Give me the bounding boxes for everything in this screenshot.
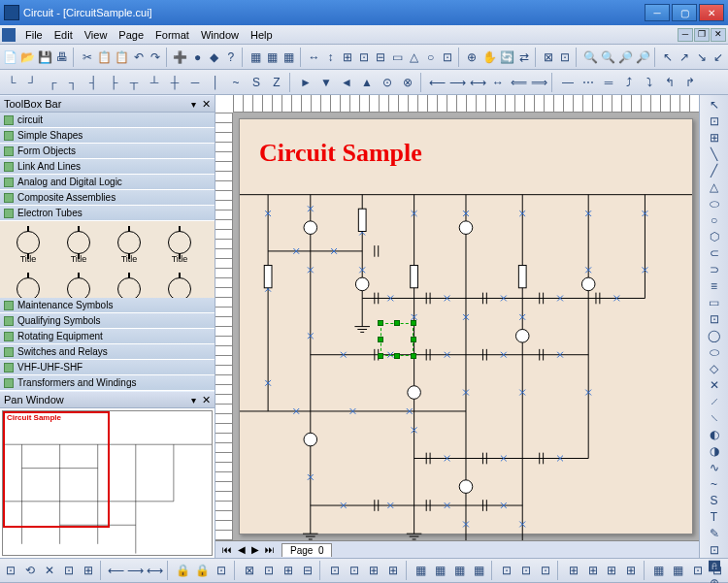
toolbar-button[interactable]: ↕ bbox=[323, 48, 339, 67]
toolbar-button[interactable]: ▦ bbox=[450, 561, 469, 580]
toolbar-button[interactable]: T bbox=[704, 509, 725, 525]
toolbar-button[interactable]: ▦ bbox=[265, 48, 281, 67]
toolbar-button[interactable]: ✂ bbox=[80, 48, 95, 67]
toolbar-button[interactable]: ⟹ bbox=[529, 73, 548, 92]
page-first[interactable]: ⏮ bbox=[219, 544, 235, 555]
toolbar-button[interactable]: ▦ bbox=[431, 561, 449, 580]
panel-close-icon[interactable]: ✕ bbox=[202, 394, 211, 406]
canvas[interactable]: Circuit Sample bbox=[233, 113, 699, 540]
palette-symbol[interactable]: Title bbox=[4, 272, 52, 298]
toolbar-button[interactable]: ⬭ bbox=[704, 196, 725, 211]
toolbar-button[interactable]: ⊡ bbox=[517, 561, 536, 580]
toolbar-button[interactable]: ⊡ bbox=[259, 561, 278, 580]
toolbar-button[interactable]: ◐ bbox=[704, 427, 725, 442]
toolbar-button[interactable]: ├ bbox=[104, 73, 123, 92]
toolbar-button[interactable]: ✎ bbox=[704, 526, 725, 541]
category-item[interactable]: circuit bbox=[0, 113, 215, 128]
mdi-close[interactable]: ✕ bbox=[711, 28, 726, 42]
toolbar-button[interactable]: ▭ bbox=[389, 48, 405, 67]
toolbar-button[interactable]: Z bbox=[267, 73, 286, 92]
toolbar-button[interactable]: ⊡ bbox=[2, 561, 20, 580]
category-item[interactable]: Maintenance Symbols bbox=[0, 298, 215, 313]
panel-close-icon[interactable]: ✕ bbox=[202, 98, 211, 111]
toolbar-button[interactable]: ↗ bbox=[677, 48, 692, 67]
category-item[interactable]: Link And Lines bbox=[0, 159, 215, 175]
toolbar-button[interactable]: ⊡ bbox=[688, 561, 707, 580]
toolbar-button[interactable]: 🔎 bbox=[617, 48, 634, 67]
toolbar-button[interactable]: ⟵ bbox=[107, 561, 125, 580]
toolbar-button[interactable]: ⊡ bbox=[557, 48, 573, 67]
toolbar-button[interactable]: △ bbox=[406, 48, 421, 67]
toolbar-button[interactable]: ⬡ bbox=[704, 229, 725, 244]
category-item[interactable]: Simple Shapes bbox=[0, 128, 215, 144]
toolbar-button[interactable]: ┼ bbox=[165, 73, 184, 92]
toolbar-button[interactable]: ✕ bbox=[704, 377, 725, 393]
toolbar-button[interactable]: — bbox=[558, 73, 578, 92]
toolbar-button[interactable]: S bbox=[704, 493, 725, 508]
toolbar-button[interactable]: 📋 bbox=[96, 48, 113, 67]
toolbar-button[interactable]: ┐ bbox=[63, 73, 83, 92]
toolbar-button[interactable]: 📋 bbox=[114, 48, 130, 67]
toolbar-button[interactable]: ◇ bbox=[704, 361, 725, 376]
toolbar-button[interactable]: ↔ bbox=[306, 48, 321, 67]
toolbar-button[interactable]: ▼ bbox=[316, 73, 336, 92]
mdi-restore[interactable]: ❐ bbox=[694, 28, 710, 42]
toolbar-button[interactable]: ⊡ bbox=[213, 561, 231, 580]
menu-help[interactable]: Help bbox=[245, 27, 279, 43]
toolbar-button[interactable]: ▦ bbox=[412, 561, 430, 580]
page-prev[interactable]: ◀ bbox=[235, 544, 248, 555]
toolbar-button[interactable]: ┌ bbox=[43, 73, 62, 92]
toolbar-button[interactable]: ⊡ bbox=[704, 311, 725, 327]
toolbar-button[interactable]: ⊃ bbox=[704, 262, 725, 277]
toolbar-button[interactable]: ▦ bbox=[650, 561, 669, 580]
toolbar-button[interactable]: ? bbox=[223, 48, 239, 67]
category-item[interactable]: Switches and Relays bbox=[0, 344, 215, 360]
menu-page[interactable]: Page bbox=[113, 27, 149, 43]
toolbar-button[interactable]: ⟷ bbox=[468, 73, 487, 92]
toolbar-button[interactable]: ⊠ bbox=[541, 48, 556, 67]
toolbar-button[interactable]: ⤴ bbox=[619, 73, 639, 92]
toolbar-button[interactable]: ⊞ bbox=[704, 130, 725, 146]
toolbar-button[interactable]: △ bbox=[704, 179, 725, 195]
toolbar-button[interactable]: 🔒 bbox=[174, 561, 192, 580]
toolbar-button[interactable]: ◯ bbox=[704, 328, 725, 343]
toolbar-button[interactable]: ╲ bbox=[704, 146, 725, 162]
toolbar-button[interactable]: 📂 bbox=[19, 48, 36, 67]
category-item[interactable]: Qualifying Symbols bbox=[0, 313, 215, 329]
toolbar-button[interactable]: ╱ bbox=[704, 163, 725, 178]
category-item[interactable]: Rotating Equipment bbox=[0, 329, 215, 344]
page-last[interactable]: ⏭ bbox=[262, 544, 278, 555]
toolbar-button[interactable]: └ bbox=[2, 73, 21, 92]
toolbar-button[interactable]: ⊞ bbox=[340, 48, 355, 67]
toolbar-button[interactable]: ⟵ bbox=[427, 73, 447, 92]
page-next[interactable]: ▶ bbox=[248, 544, 262, 555]
toolbar-button[interactable]: ✕ bbox=[41, 561, 59, 580]
category-item[interactable]: Transformers and Windings bbox=[0, 375, 215, 391]
mdi-min[interactable]: ─ bbox=[678, 28, 693, 42]
minimize-button[interactable]: ─ bbox=[645, 4, 670, 21]
toolbar-button[interactable]: ═ bbox=[599, 73, 618, 92]
toolbar-button[interactable]: 🔍 bbox=[582, 48, 599, 67]
category-item[interactable]: VHF-UHF-SHF bbox=[0, 360, 215, 375]
toolbar-button[interactable]: ↖ bbox=[704, 97, 725, 113]
palette-symbol[interactable]: Title bbox=[105, 225, 153, 270]
toolbar-button[interactable]: ≡ bbox=[704, 278, 725, 294]
category-item[interactable]: Analog and Digital Logic bbox=[0, 175, 215, 190]
toolbar-button[interactable]: 🔎 bbox=[635, 48, 651, 67]
toolbar-button[interactable]: ⊡ bbox=[440, 48, 455, 67]
toolbar-button[interactable]: ⊙ bbox=[378, 73, 397, 92]
toolbar-button[interactable]: ⊞ bbox=[564, 561, 582, 580]
toolbar-button[interactable]: ∿ bbox=[704, 460, 725, 475]
toolbar-button[interactable]: ⊞ bbox=[279, 561, 297, 580]
page[interactable]: Circuit Sample bbox=[239, 118, 693, 534]
toolbar-button[interactable]: ⇄ bbox=[516, 48, 532, 67]
toolbar-button[interactable]: ⊞ bbox=[603, 561, 621, 580]
toolbar-button[interactable]: ↶ bbox=[131, 48, 147, 67]
selection-box[interactable] bbox=[381, 323, 414, 356]
toolbar-button[interactable]: ► bbox=[296, 73, 315, 92]
toolbar-button[interactable]: ▦ bbox=[470, 561, 488, 580]
toolbar-button[interactable]: ⊠ bbox=[241, 561, 259, 580]
toolbar-button[interactable]: ─ bbox=[185, 73, 205, 92]
toolbar-button[interactable]: ▦ bbox=[281, 48, 297, 67]
menu-window[interactable]: Window bbox=[195, 27, 245, 43]
